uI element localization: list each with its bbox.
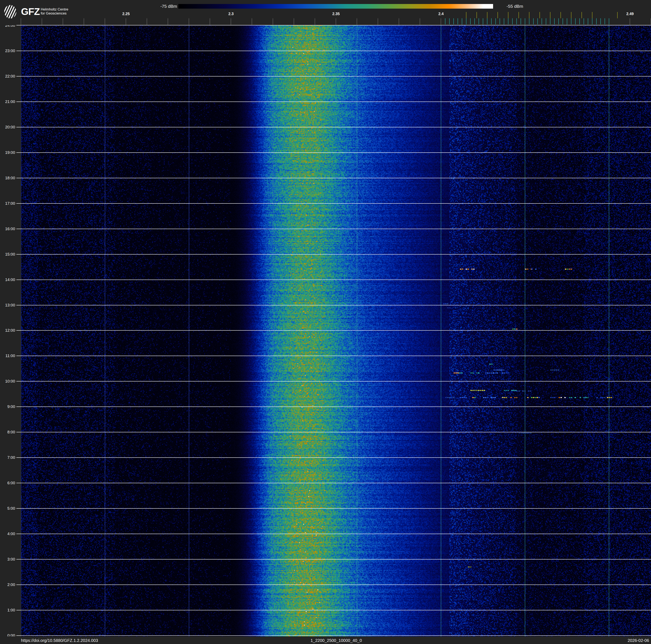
time-tick-label: 23:00 [0, 49, 15, 53]
ble-channel-tick [508, 18, 508, 24]
ble-channel-tick [470, 18, 471, 24]
time-tick-label: 2:00 [0, 582, 15, 587]
time-tick-label: 21:00 [0, 99, 15, 104]
wifi-channel-tick [476, 12, 477, 18]
ble-channel-tick [604, 18, 605, 24]
hour-gridline [17, 51, 651, 51]
ble-channel-tick [525, 18, 525, 24]
freq-minor-tick [630, 18, 630, 25]
hour-gridline [17, 559, 651, 559]
freq-tick-label: 2.4 [433, 12, 450, 16]
freq-minor-tick [315, 18, 315, 25]
hour-gridline [17, 305, 651, 305]
hour-gridline [17, 381, 651, 381]
freq-minor-tick [168, 18, 168, 25]
hour-gridline [17, 280, 651, 280]
frequency-axis-baseline [17, 25, 651, 25]
dataset-name: 1_2200_2500_10000_40_0 [311, 637, 362, 644]
wifi-channel-tick [571, 12, 571, 18]
ble-channel-tick [563, 18, 563, 24]
hour-gridline [17, 101, 651, 102]
wifi-channel-tick [560, 12, 561, 18]
ble-channel-tick [567, 18, 567, 24]
freq-minor-tick [231, 18, 231, 25]
wifi-channel-tick [617, 12, 618, 18]
ble-channel-tick [449, 18, 450, 24]
wifi-channel-tick [508, 12, 508, 18]
date-label: 2026-02-06 [628, 637, 649, 644]
freq-minor-tick [294, 18, 294, 25]
gfz-subtitle-line1: Helmholtz Centre [41, 7, 68, 11]
ble-channel-tick [478, 18, 479, 24]
time-tick-label: 20:00 [0, 125, 15, 129]
ble-channel-tick [533, 18, 534, 24]
ble-channel-tick [495, 18, 496, 24]
ble-channel-tick [537, 18, 538, 24]
time-tick-label: 17:00 [0, 201, 15, 206]
hour-gridline [17, 76, 651, 77]
hour-gridline [17, 407, 651, 407]
gfz-subtitle: Helmholtz Centre for Geosciences [41, 7, 68, 16]
ble-channel-tick [541, 18, 542, 24]
ble-channel-tick [483, 18, 483, 24]
header: GFZ Helmholtz Centre for Geosciences -75… [0, 0, 651, 25]
ble-channel-tick [445, 18, 445, 24]
hour-gridline [17, 534, 651, 534]
time-tick-label: 14:00 [0, 277, 15, 282]
spectrogram-canvas [21, 25, 651, 637]
hour-gridline [17, 254, 651, 255]
ble-channel-tick [466, 18, 466, 24]
time-tick-label: 8:00 [0, 430, 15, 435]
time-tick-label: 6:00 [0, 481, 15, 485]
ble-channel-tick [512, 18, 513, 24]
ble-channel-tick [579, 18, 580, 24]
ble-channel-tick [596, 18, 597, 24]
wifi-channel-tick [466, 12, 466, 18]
time-tick-label: 18:00 [0, 176, 15, 180]
gfz-subtitle-line2: for Geosciences [41, 11, 67, 16]
time-tick-label: 4:00 [0, 531, 15, 536]
time-tick-label: 3:00 [0, 557, 15, 562]
ble-channel-tick [550, 18, 550, 24]
ble-channel-tick [529, 18, 529, 24]
freq-minor-tick [126, 18, 126, 25]
freq-minor-tick [42, 18, 42, 25]
ble-channel-tick [600, 18, 601, 24]
footer: https://doi.org/10.5880/GFZ.1.2.2024.003… [0, 637, 651, 644]
hour-gridline [17, 203, 651, 204]
doi-link: https://doi.org/10.5880/GFZ.1.2.2024.003 [21, 637, 98, 644]
hour-gridline [17, 457, 651, 458]
ble-channel-tick [454, 18, 454, 24]
colorbar-max-label: -55 dBm [506, 4, 523, 9]
wifi-channel-tick [582, 12, 582, 18]
wifi-channel-tick [592, 12, 592, 18]
wifi-channel-tick [539, 12, 540, 18]
time-tick-label: 1:00 [0, 608, 15, 612]
ble-channel-tick [500, 18, 500, 24]
hour-gridline [17, 508, 651, 509]
ble-channel-tick [517, 18, 517, 24]
ble-channel-tick [504, 18, 504, 24]
spectrogram-plot: 24:0023:0022:0021:0020:0019:0018:0017:00… [0, 0, 651, 637]
freq-minor-tick [63, 18, 63, 25]
ble-channel-tick [588, 18, 588, 24]
hour-gridline [17, 229, 651, 229]
hour-gridline [17, 610, 651, 610]
wifi-channel-tick [487, 12, 488, 18]
hour-gridline [17, 356, 651, 356]
freq-tick-label: 2.25 [118, 12, 134, 16]
freq-tick-label: 2.49 [622, 12, 639, 16]
gfz-globe-icon [4, 5, 17, 19]
hour-gridline [17, 585, 651, 585]
wifi-channel-tick [497, 12, 498, 18]
hour-gridline [17, 330, 651, 331]
colorbar-gradient [178, 4, 493, 9]
freq-minor-tick [105, 18, 105, 25]
spectrogram-monitor-screen: GFZ Helmholtz Centre for Geosciences -75… [0, 0, 651, 644]
time-tick-label: 9:00 [0, 404, 15, 409]
freq-minor-tick [189, 18, 189, 25]
time-tick-label: 15:00 [0, 252, 15, 257]
wifi-channel-tick [519, 12, 519, 18]
freq-tick-label: 2.3 [223, 12, 239, 16]
hour-gridline [17, 178, 651, 178]
